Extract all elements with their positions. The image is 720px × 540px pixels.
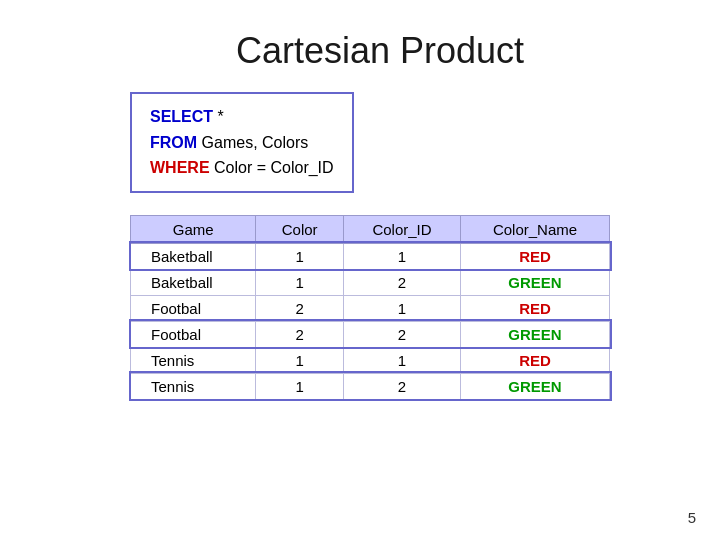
sql-line2-rest: Games, Colors [197,134,308,151]
table-row: Footbal 2 1 RED [131,295,610,321]
table-header-row: Game Color Color_ID Color_Name [131,215,610,243]
cell-game: Footbal [131,295,256,321]
cell-color-id: 2 [343,373,460,399]
cell-game: Tennis [131,347,256,373]
cell-game: Footbal [131,321,256,347]
cell-color-id: 2 [343,321,460,347]
cell-color-id: 2 [343,269,460,295]
page-container: Cartesian Product SELECT * FROM Games, C… [0,0,720,540]
sql-box: SELECT * FROM Games, Colors WHERE Color … [130,92,354,193]
cell-color-id: 1 [343,347,460,373]
cell-color-name: RED [461,347,610,373]
table-row: Baketball 1 1 RED [131,243,610,269]
keyword-from: FROM [150,134,197,151]
result-table: Game Color Color_ID Color_Name Baketball… [130,215,610,400]
keyword-where: WHERE [150,159,210,176]
col-header-color-name: Color_Name [461,215,610,243]
page-title: Cartesian Product [236,30,524,72]
table-row: Baketball 1 2 GREEN [131,269,610,295]
cell-color: 1 [256,347,343,373]
col-header-color: Color [256,215,343,243]
table-row: Footbal 2 2 GREEN [131,321,610,347]
page-number: 5 [688,509,696,526]
cell-color: 1 [256,243,343,269]
cell-color-name: RED [461,243,610,269]
col-header-color-id: Color_ID [343,215,460,243]
cell-game: Baketball [131,269,256,295]
table-row: Tennis 1 2 GREEN [131,373,610,399]
cell-color-name: GREEN [461,321,610,347]
sql-line-1: SELECT * [150,104,334,130]
cell-color: 2 [256,295,343,321]
cell-game: Tennis [131,373,256,399]
cell-color-name: GREEN [461,269,610,295]
cell-color: 1 [256,373,343,399]
cell-color-id: 1 [343,243,460,269]
sql-line-2: FROM Games, Colors [150,130,334,156]
cell-color: 1 [256,269,343,295]
cell-color: 2 [256,321,343,347]
cell-color-name: GREEN [461,373,610,399]
keyword-select: SELECT [150,108,213,125]
sql-line-3: WHERE Color = Color_ID [150,155,334,181]
sql-line3-rest: Color = Color_ID [210,159,334,176]
sql-line1-rest: * [213,108,224,125]
cell-color-id: 1 [343,295,460,321]
cell-color-name: RED [461,295,610,321]
table-row: Tennis 1 1 RED [131,347,610,373]
cell-game: Baketball [131,243,256,269]
col-header-game: Game [131,215,256,243]
